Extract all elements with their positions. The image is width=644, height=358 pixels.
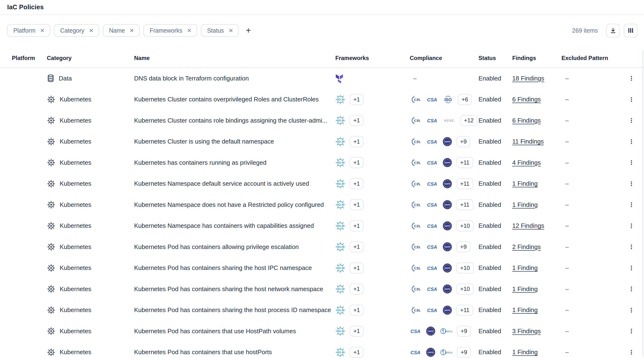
findings-link[interactable]: 4 Findings [512, 159, 541, 166]
table-row[interactable]: Kubernetes Kubernetes Pod has containers… [0, 300, 644, 321]
frameworks-more-badge[interactable]: +1 [350, 347, 364, 358]
cis-icon: CIS. [410, 264, 422, 272]
frameworks-more-badge[interactable]: +1 [350, 241, 364, 252]
frameworks-more-badge[interactable]: +1 [350, 283, 364, 294]
csa-icon: CSA [426, 264, 438, 272]
compliance-more-badge[interactable]: +12 [460, 115, 478, 126]
compliance-more-badge[interactable]: +10 [456, 262, 474, 273]
row-menu-button[interactable] [627, 200, 636, 209]
filter-chip[interactable]: Category [54, 24, 99, 37]
frameworks-more-badge[interactable]: +1 [350, 94, 364, 105]
close-icon[interactable] [40, 28, 45, 33]
close-icon[interactable] [228, 28, 234, 33]
frameworks-more-badge[interactable]: +1 [350, 326, 364, 336]
row-menu-button[interactable] [627, 221, 636, 231]
svg-text:CIS.: CIS. [414, 224, 421, 228]
compliance-more-badge[interactable]: +6 [458, 94, 472, 105]
table-row[interactable]: Kubernetes Kubernetes has containers run… [0, 152, 644, 173]
table-row[interactable]: Kubernetes Kubernetes Pod has containers… [0, 342, 644, 358]
frameworks-more-badge[interactable]: +1 [350, 115, 364, 126]
compliance-more-badge[interactable]: +9 [457, 326, 471, 336]
frameworks-cell: HELM +1 [335, 326, 410, 336]
findings-link[interactable]: 1 Finding [512, 306, 538, 314]
frameworks-more-badge[interactable]: +1 [350, 136, 364, 147]
close-icon[interactable] [129, 28, 134, 33]
svg-text:HELM: HELM [337, 351, 344, 354]
findings-link[interactable]: 6 Findings [512, 117, 541, 124]
findings-link[interactable]: 1 Finding [512, 264, 538, 272]
frameworks-more-badge[interactable]: +1 [350, 157, 364, 168]
table-row[interactable]: Kubernetes Kubernetes Namespace does not… [0, 194, 644, 215]
findings-link[interactable]: 6 Findings [512, 96, 541, 103]
frameworks-cell: HELM +1 [335, 199, 410, 210]
row-menu-button[interactable] [627, 305, 636, 315]
row-menu-button[interactable] [627, 137, 636, 146]
table-row[interactable]: Kubernetes Kubernetes Pod has containers… [0, 321, 644, 342]
svg-text:ISO: ISO [444, 97, 452, 102]
columns-button[interactable] [624, 24, 637, 37]
vertical-scrollbar[interactable] [642, 50, 644, 357]
compliance-more-badge[interactable]: +11 [456, 305, 473, 316]
table-row[interactable]: Kubernetes Kubernetes Cluster is using t… [0, 131, 644, 152]
row-menu-button[interactable] [627, 347, 636, 357]
table-row[interactable]: Kubernetes Kubernetes Namespace has cont… [0, 215, 644, 237]
table-row[interactable]: Kubernetes Kubernetes Cluster contains o… [0, 89, 644, 110]
row-menu-button[interactable] [627, 263, 636, 273]
compliance-more-badge[interactable]: +9 [457, 347, 471, 358]
findings-link[interactable]: 3 Findings [512, 327, 541, 335]
policy-name: Kubernetes Cluster is using the default … [134, 138, 335, 145]
row-menu-button[interactable] [627, 74, 636, 83]
table-row[interactable]: Kubernetes Kubernetes Pod has containers… [0, 257, 644, 279]
findings-link[interactable]: 1 Finding [512, 285, 538, 293]
filter-chip[interactable]: Status [201, 24, 239, 37]
row-menu-button[interactable] [627, 116, 636, 125]
table-row[interactable]: Kubernetes Kubernetes Pod has containers… [0, 236, 644, 257]
row-menu-button[interactable] [627, 284, 636, 294]
frameworks-more-badge[interactable]: +1 [350, 305, 364, 316]
row-menu-button[interactable] [627, 242, 636, 252]
kebab-icon [628, 223, 635, 229]
policy-name: Kubernetes Pod has containers that use h… [134, 348, 335, 356]
table-row[interactable]: Kubernetes Kubernetes Namespace default … [0, 173, 644, 194]
table-row[interactable]: Data DNS data block in Terraform configu… [0, 68, 644, 89]
findings-link[interactable]: 12 Findings [512, 222, 544, 229]
row-menu-button[interactable] [627, 158, 636, 167]
filter-chip[interactable]: Name [103, 24, 140, 37]
close-icon[interactable] [187, 28, 192, 33]
compliance-more-badge[interactable]: +11 [456, 157, 473, 168]
frameworks-more-badge[interactable]: +1 [350, 262, 364, 273]
download-button[interactable] [606, 24, 620, 37]
row-menu-button[interactable] [627, 179, 636, 189]
compliance-more-badge[interactable]: +11 [456, 178, 473, 189]
table-row[interactable]: Kubernetes Kubernetes Cluster contains r… [0, 110, 644, 131]
compliance-more-badge[interactable]: +9 [456, 136, 470, 147]
frameworks-more-badge[interactable]: +1 [350, 220, 364, 231]
kebab-icon [628, 201, 635, 208]
helm-icon: HELM [335, 158, 345, 168]
page-header: IaC Policies [0, 0, 644, 15]
frameworks-more-badge[interactable]: +1 [350, 199, 364, 210]
filter-chip[interactable]: Platform [7, 24, 50, 37]
findings-link[interactable]: 2 Findings [512, 243, 541, 251]
findings-link[interactable]: 11 Findings [512, 138, 544, 145]
column-header-compliance: Compliance [410, 55, 478, 61]
compliance-more-badge[interactable]: +10 [456, 283, 474, 294]
helm-icon: HELM [335, 221, 345, 231]
frameworks-more-badge[interactable]: +1 [350, 178, 364, 189]
findings-link[interactable]: 1 Finding [512, 201, 538, 208]
compliance-more-badge[interactable]: +9 [456, 241, 470, 252]
filter-chip[interactable]: Frameworks [144, 24, 197, 37]
findings-link[interactable]: 1 Finding [512, 180, 538, 187]
excluded-pattern-cell: – [562, 75, 626, 82]
compliance-more-badge[interactable]: +10 [456, 220, 474, 231]
add-filter-button[interactable]: + [244, 26, 252, 35]
findings-link[interactable]: 18 Findings [512, 75, 544, 82]
csa-icon: CSA [410, 348, 421, 356]
table-row[interactable]: Kubernetes Kubernetes Pod has containers… [0, 278, 644, 300]
close-icon[interactable] [89, 28, 94, 33]
row-menu-button[interactable] [627, 95, 636, 104]
compliance-more-badge[interactable]: +11 [456, 199, 473, 210]
row-menu-button[interactable] [627, 326, 636, 336]
findings-link[interactable]: 1 Finding [512, 348, 538, 356]
policy-name: Kubernetes Pod has containers allowing p… [134, 243, 335, 251]
